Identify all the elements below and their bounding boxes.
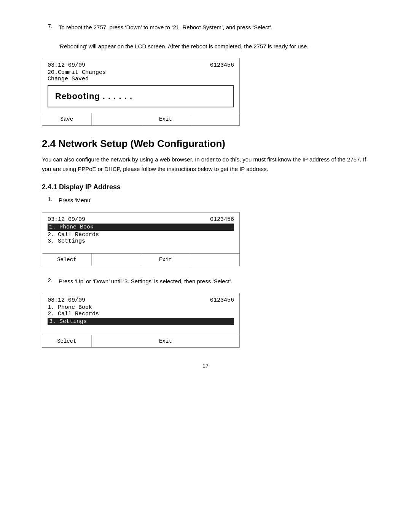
lcd-menu2-line1: 1. Phone Book [48, 304, 234, 311]
step-7-line2: ‘Rebooting’ will appear on the LCD scree… [59, 43, 308, 50]
step-2-text: Press ‘Up’ or ‘Down’ until ‘3. Settings’… [59, 277, 369, 286]
lcd-menu2-line3: 3. Settings [48, 318, 234, 325]
step-7-line1: To reboot the 2757, press ‘Down’ to move… [59, 24, 272, 30]
lcd-reboot-time: 03:12 09/09 [48, 62, 85, 69]
lcd-reboot-btn1[interactable]: Save [42, 113, 92, 125]
lcd-menu1-screen: 03:12 09/09 0123456 1. Phone Book 2. Cal… [42, 212, 240, 266]
lcd-menu2-btn3[interactable]: Exit [141, 335, 191, 347]
lcd-menu1-line3: 3. Settings [48, 238, 234, 244]
lcd-menu2-time: 03:12 09/09 [48, 297, 85, 304]
lcd-reboot-time-row: 03:12 09/09 0123456 [48, 62, 234, 69]
lcd-menu1-btn1[interactable]: Select [42, 254, 92, 266]
lcd-menu2-line2: 2. Call Records [48, 311, 234, 317]
lcd-menu2-screen: 03:12 09/09 0123456 1. Phone Book 2. Cal… [42, 293, 240, 348]
section-24-title: 2.4 Network Setup (Web Configuration) [42, 138, 369, 150]
lcd-reboot-buttons: Save Exit [42, 113, 239, 125]
lcd-reboot-id: 0123456 [210, 62, 234, 69]
lcd-menu1-time: 03:12 09/09 [48, 216, 85, 223]
step-7-para: 7. To reboot the 2757, press ‘Down’ to m… [42, 23, 369, 51]
lcd-menu1-line1-wrap: 1. Phone Book [48, 224, 234, 231]
lcd-menu2-btn4 [190, 335, 239, 347]
lcd-menu1-btn4 [190, 254, 239, 266]
lcd-menu2-line3-wrap: 3. Settings [48, 318, 234, 325]
lcd-menu1-top: 03:12 09/09 0123456 1. Phone Book 2. Cal… [42, 212, 239, 253]
step-1-num: 1. [42, 196, 53, 205]
lcd-menu1-btn3[interactable]: Exit [141, 254, 191, 266]
lcd-menu2-top: 03:12 09/09 0123456 1. Phone Book 2. Cal… [42, 293, 239, 335]
step-7-num: 7. [42, 23, 53, 51]
step-2-para: 2. Press ‘Up’ or ‘Down’ until ‘3. Settin… [42, 277, 369, 286]
page-number: 17 [42, 363, 369, 369]
lcd-menu2-time-row: 03:12 09/09 0123456 [48, 297, 234, 304]
section-241-title: 2.4.1 Display IP Address [42, 183, 369, 191]
lcd-menu1-btn2 [92, 254, 141, 266]
lcd-menu1-time-row: 03:12 09/09 0123456 [48, 216, 234, 223]
lcd-reboot-btn4 [190, 113, 239, 125]
lcd-menu2-buttons: Select Exit [42, 335, 239, 347]
lcd-menu2-btn2 [92, 335, 141, 347]
step-7-text: To reboot the 2757, press ‘Down’ to move… [59, 23, 369, 51]
lcd-rebooting-text: Rebooting . . . . . . [48, 85, 234, 107]
lcd-reboot-btn2 [92, 113, 141, 125]
page-content: 7. To reboot the 2757, press ‘Down’ to m… [42, 23, 369, 369]
step-1-text: Press ‘Menu’ [59, 196, 369, 205]
lcd-menu2-id: 0123456 [210, 297, 234, 304]
lcd-menu1-line2: 2. Call Records [48, 232, 234, 238]
lcd-reboot-btn3[interactable]: Exit [141, 113, 191, 125]
lcd-reboot-line2: Change Saved [48, 76, 234, 82]
lcd-reboot-top: 03:12 09/09 0123456 20.Commit Changes Ch… [42, 58, 239, 113]
lcd-menu2-btn1[interactable]: Select [42, 335, 92, 347]
step-1-para: 1. Press ‘Menu’ [42, 196, 369, 205]
step-2-num: 2. [42, 277, 53, 286]
lcd-menu1-id: 0123456 [210, 216, 234, 223]
section-24-intro: You can also configure the network by us… [42, 155, 369, 174]
lcd-menu1-line1: 1. Phone Book [48, 224, 234, 231]
lcd-reboot-screen: 03:12 09/09 0123456 20.Commit Changes Ch… [42, 58, 240, 126]
lcd-menu1-buttons: Select Exit [42, 253, 239, 266]
lcd-reboot-line1: 20.Commit Changes [48, 69, 234, 76]
